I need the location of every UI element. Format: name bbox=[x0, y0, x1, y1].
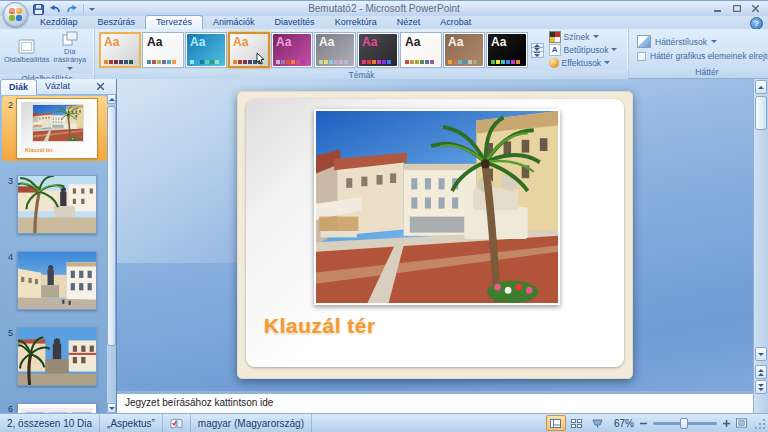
slide-canvas[interactable]: Klauzál tér bbox=[237, 91, 633, 379]
theme-thumbnail-7[interactable]: Aa bbox=[357, 32, 399, 68]
collage-slide-thumb bbox=[18, 404, 96, 413]
office-button[interactable] bbox=[3, 2, 28, 27]
theme-thumbnail-8[interactable]: Aa bbox=[400, 32, 442, 68]
slides-panel-scrollbar[interactable] bbox=[107, 94, 116, 413]
slide-thumb-image[interactable] bbox=[17, 251, 97, 310]
tab-beszuras[interactable]: Beszúrás bbox=[88, 16, 146, 29]
scroll-up-icon[interactable] bbox=[755, 80, 767, 94]
tab-acrobat[interactable]: Acrobat bbox=[430, 16, 481, 29]
gallery-scroll-controls bbox=[531, 43, 544, 57]
chevron-down-icon bbox=[611, 48, 617, 51]
theme-thumbnail-6[interactable]: Aa bbox=[314, 32, 356, 68]
background-styles-button[interactable]: Háttérstílusok bbox=[637, 35, 717, 48]
page-setup-button[interactable]: Oldalbeállítás bbox=[4, 39, 49, 64]
palm-statue-photo bbox=[18, 176, 96, 233]
slide-thumbnail-6[interactable]: 6 bbox=[2, 400, 107, 413]
scrollbar-thumb[interactable] bbox=[107, 106, 116, 346]
theme-thumbnail-5[interactable]: Aa bbox=[271, 32, 313, 68]
theme-thumbnail-1-selected[interactable]: Aa bbox=[99, 32, 141, 68]
next-slide-button[interactable] bbox=[755, 380, 767, 394]
mini-slide-photo bbox=[32, 104, 84, 142]
tab-korrektura[interactable]: Korrektúra bbox=[325, 16, 387, 29]
fonts-icon: A bbox=[549, 44, 561, 56]
tab-slides[interactable]: Diák bbox=[0, 79, 37, 95]
tab-diavetites[interactable]: Diavetítés bbox=[265, 16, 325, 29]
scroll-up-icon[interactable] bbox=[107, 94, 116, 104]
theme-colors-button[interactable]: Színek bbox=[549, 31, 624, 42]
theme-color-dots bbox=[405, 60, 434, 64]
spellcheck-status[interactable] bbox=[163, 414, 191, 432]
panel-close-icon[interactable] bbox=[97, 82, 104, 92]
slide-thumb-image[interactable]: Klauzál tér bbox=[17, 99, 97, 158]
theme-thumbnail-10[interactable]: Aa bbox=[486, 32, 528, 68]
theme-color-dots bbox=[147, 60, 176, 64]
theme-color-dots bbox=[104, 60, 133, 64]
tab-animaciok[interactable]: Animációk bbox=[203, 16, 265, 29]
close-button[interactable] bbox=[747, 3, 764, 14]
slide-thumbnail-5[interactable]: 5 bbox=[2, 324, 107, 389]
zoom-slider-thumb[interactable] bbox=[680, 418, 688, 429]
slide-photo[interactable] bbox=[314, 109, 560, 305]
tab-nezet[interactable]: Nézet bbox=[387, 16, 431, 29]
slideshow-view-button[interactable] bbox=[588, 415, 608, 431]
theme-fonts-button[interactable]: A Betűtípusok bbox=[549, 44, 624, 55]
slide-thumb-image[interactable] bbox=[17, 403, 97, 413]
theme-thumbnail-3[interactable]: Aa bbox=[185, 32, 227, 68]
checkbox-icon bbox=[637, 52, 646, 61]
spellcheck-book-icon bbox=[170, 418, 183, 429]
statue-palm-photo bbox=[18, 328, 96, 385]
zoom-slider[interactable] bbox=[653, 422, 717, 425]
panel-tab-bar: Diák Vázlat bbox=[0, 79, 116, 95]
scrollbar-thumb[interactable] bbox=[755, 96, 767, 130]
slide-thumbnail-2[interactable]: 2 Klauzál tér bbox=[2, 96, 107, 161]
slide-thumbnail-4[interactable]: 4 bbox=[2, 248, 107, 313]
fit-to-window-button[interactable] bbox=[736, 418, 747, 429]
town-square-photo bbox=[33, 105, 83, 141]
editor-scrollbar[interactable] bbox=[753, 79, 768, 413]
slide-thumbnails: 2 Klauzál tér3 bbox=[0, 94, 107, 413]
theme-letters: Aa bbox=[190, 35, 205, 49]
theme-effects-button[interactable]: Effektusok bbox=[549, 57, 624, 68]
notes-pane[interactable]: Jegyzet beírásához kattintson ide bbox=[117, 391, 753, 413]
zoom-in-button[interactable] bbox=[721, 418, 732, 429]
group-themes: AaAaAaAaAaAaAaAaAaAa Színek A Betűtípuso… bbox=[95, 29, 629, 78]
language-status[interactable]: magyar (Magyarország) bbox=[191, 414, 312, 432]
slides-panel: Diák Vázlat 2 bbox=[0, 79, 117, 413]
chevron-down-icon bbox=[67, 67, 73, 70]
slide-number: 4 bbox=[4, 251, 17, 262]
slide-thumb-image[interactable] bbox=[17, 175, 97, 234]
tab-outline[interactable]: Vázlat bbox=[37, 79, 78, 94]
zoom-out-button[interactable] bbox=[638, 418, 649, 429]
theme-name[interactable]: „Aspektus” bbox=[100, 414, 163, 432]
tab-tervezes[interactable]: Tervezés bbox=[145, 15, 203, 29]
zoom-level[interactable]: 67% bbox=[614, 418, 634, 429]
maximize-button[interactable] bbox=[728, 3, 745, 14]
title-bar: Bemutató2 - Microsoft PowerPoint bbox=[0, 0, 768, 16]
slide-editor: Klauzál tér Jegyzet beírásához kattintso… bbox=[117, 79, 753, 413]
view-shortcuts bbox=[546, 415, 608, 431]
scroll-down-icon[interactable] bbox=[755, 347, 767, 361]
tab-kezdolap[interactable]: Kezdőlap bbox=[30, 16, 88, 29]
notes-placeholder[interactable]: Jegyzet beírásához kattintson ide bbox=[117, 394, 753, 412]
theme-thumbnail-2[interactable]: Aa bbox=[142, 32, 184, 68]
normal-view-button[interactable] bbox=[546, 415, 566, 431]
resize-grip[interactable] bbox=[755, 419, 766, 432]
group-page-setup: Oldalbeállítás Dia írásiránya Oldalbeáll… bbox=[0, 29, 95, 78]
theme-letters: Aa bbox=[491, 35, 506, 49]
slide-thumbnail-3[interactable]: 3 bbox=[2, 172, 107, 237]
hide-background-graphics-checkbox[interactable]: Háttér grafikus elemeinek elrejtése bbox=[637, 51, 768, 61]
slide-counter[interactable]: 2, összesen 10 Dia bbox=[0, 414, 100, 432]
scroll-down-icon[interactable] bbox=[107, 403, 116, 413]
statue-square-photo bbox=[18, 252, 96, 309]
minimize-button[interactable] bbox=[709, 3, 726, 14]
gallery-more-button[interactable] bbox=[531, 51, 544, 58]
previous-slide-button[interactable] bbox=[755, 365, 767, 379]
slide-orientation-button[interactable]: Dia írásiránya bbox=[49, 31, 90, 72]
theme-color-dots bbox=[190, 60, 219, 64]
slide-title[interactable]: Klauzál tér bbox=[264, 314, 376, 338]
group-background: Háttérstílusok Háttér grafikus elemeinek… bbox=[629, 29, 768, 78]
theme-thumbnail-4-hover[interactable]: Aa bbox=[228, 32, 270, 68]
theme-thumbnail-9[interactable]: Aa bbox=[443, 32, 485, 68]
slide-thumb-image[interactable] bbox=[17, 327, 97, 386]
slide-sorter-view-button[interactable] bbox=[567, 415, 587, 431]
